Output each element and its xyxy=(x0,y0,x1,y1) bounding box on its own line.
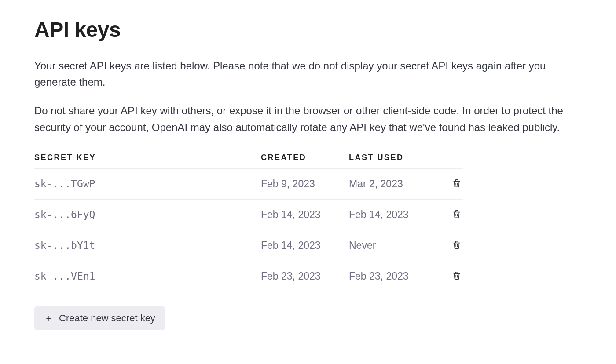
last-used-value: Feb 23, 2023 xyxy=(349,261,437,291)
delete-key-button[interactable] xyxy=(450,238,463,253)
column-header-created: CREATED xyxy=(261,153,349,169)
trash-icon xyxy=(452,178,462,189)
description-paragraph-1: Your secret API keys are listed below. P… xyxy=(34,58,582,90)
created-value: Feb 23, 2023 xyxy=(261,261,349,291)
last-used-value: Never xyxy=(349,230,437,261)
delete-key-button[interactable] xyxy=(450,177,463,191)
page-title: API keys xyxy=(34,18,582,42)
column-header-last-used: LAST USED xyxy=(349,153,437,169)
last-used-value: Feb 14, 2023 xyxy=(349,199,437,230)
create-new-secret-key-button[interactable]: ＋ Create new secret key xyxy=(34,306,165,330)
delete-key-button[interactable] xyxy=(450,269,463,284)
table-row: sk-...TGwP Feb 9, 2023 Mar 2, 2023 xyxy=(34,168,463,199)
column-header-secret-key: SECRET KEY xyxy=(34,153,261,169)
trash-icon xyxy=(452,209,462,220)
secret-key-value: sk-...bY1t xyxy=(34,230,261,261)
trash-icon xyxy=(452,271,462,282)
delete-key-button[interactable] xyxy=(450,207,463,222)
created-value: Feb 14, 2023 xyxy=(261,230,349,261)
secret-key-value: sk-...VEn1 xyxy=(34,261,261,291)
secret-key-value: sk-...TGwP xyxy=(34,168,261,199)
created-value: Feb 9, 2023 xyxy=(261,168,349,199)
created-value: Feb 14, 2023 xyxy=(261,199,349,230)
secret-key-value: sk-...6FyQ xyxy=(34,199,261,230)
api-keys-table: SECRET KEY CREATED LAST USED sk-...TGwP … xyxy=(34,153,463,291)
table-row: sk-...bY1t Feb 14, 2023 Never xyxy=(34,230,463,261)
create-button-label: Create new secret key xyxy=(59,313,155,324)
table-row: sk-...VEn1 Feb 23, 2023 Feb 23, 2023 xyxy=(34,261,463,291)
column-header-actions xyxy=(437,153,463,169)
last-used-value: Mar 2, 2023 xyxy=(349,168,437,199)
description-paragraph-2: Do not share your API key with others, o… xyxy=(34,102,582,135)
table-row: sk-...6FyQ Feb 14, 2023 Feb 14, 2023 xyxy=(34,199,463,230)
table-header-row: SECRET KEY CREATED LAST USED xyxy=(34,153,463,169)
plus-icon: ＋ xyxy=(44,313,54,323)
trash-icon xyxy=(452,240,462,251)
